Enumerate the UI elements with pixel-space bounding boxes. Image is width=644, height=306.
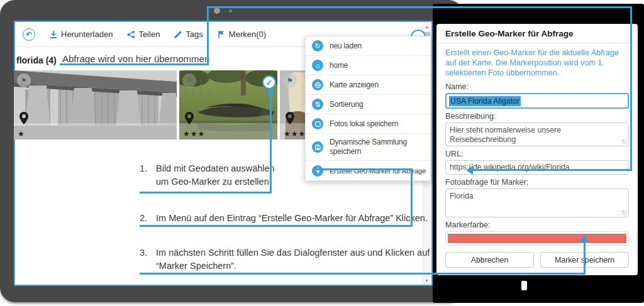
resize-grip-icon[interactable] xyxy=(622,139,627,145)
callout-step2-vertical xyxy=(411,168,413,227)
instruction-step-2: 2. Im Menü auf den Eintrag “Erstelle Geo… xyxy=(140,212,428,225)
selected-text: USA Florida Aligator xyxy=(449,96,521,106)
download-label: Herunterladen xyxy=(61,30,113,39)
dialog-description: Erstellt einen Geo-Marker für die aktuel… xyxy=(445,48,629,78)
callout-step3-vertical xyxy=(584,241,586,275)
bookmark-label: Merken(0) xyxy=(229,30,266,39)
arrow-left-icon xyxy=(466,166,473,175)
device-home-button[interactable] xyxy=(521,281,527,290)
geo-marker-icon xyxy=(312,165,323,177)
scroll-up-icon[interactable]: ▲ xyxy=(422,22,431,31)
flag-badge-icon[interactable]: ⚑ xyxy=(182,74,196,87)
menu-item-save-local[interactable]: Fotos lokal speichern xyxy=(306,114,430,134)
flag-badge-icon[interactable]: ⚑ xyxy=(283,74,297,87)
save-collection-icon xyxy=(312,141,323,153)
callout-step3-underline xyxy=(140,273,586,275)
callout-annotation-underline xyxy=(60,63,209,65)
photo-overlay-band xyxy=(14,123,177,139)
marker-color-input[interactable] xyxy=(445,231,629,246)
share-label: Teilen xyxy=(138,30,160,39)
dropdown-menu: ↻ neu laden ⌂ home Karte anzeigen ⇅ Sort… xyxy=(305,36,431,181)
tags-label: Tags xyxy=(186,30,203,39)
share-button[interactable]: Teilen xyxy=(126,30,160,39)
photo-query-label: Fotoabfrage für Marker: xyxy=(445,178,629,187)
home-icon: ⌂ xyxy=(312,60,323,71)
bookmark-button[interactable]: Merken(0) xyxy=(217,30,266,39)
star-rating: ★★★ xyxy=(284,129,306,138)
geo-pin-icon xyxy=(285,112,295,124)
url-label: URL: xyxy=(445,150,629,158)
marker-color-swatch xyxy=(448,234,626,243)
resize-grip-icon[interactable] xyxy=(622,210,627,216)
callout-to-query-field xyxy=(472,169,632,171)
undo-icon: ↶ xyxy=(23,28,35,41)
callout-toolbar-vertical xyxy=(207,6,209,65)
description-textarea[interactable]: Hier steht normalerweise unsere Reisebes… xyxy=(445,123,629,146)
flag-badge-icon[interactable]: ⚑ xyxy=(17,74,31,87)
star-rating: ★ xyxy=(18,129,25,138)
scroll-down-icon[interactable]: ▼ xyxy=(422,276,431,285)
instruction-step-3: 3. Im nächsten Schritt füllen Sie das Di… xyxy=(140,246,458,273)
geo-marker-dialog: Erstelle Geo-Marker für Abfrage Erstellt… xyxy=(436,24,638,275)
menu-item-reload[interactable]: ↻ neu laden xyxy=(306,36,430,56)
reload-icon: ↻ xyxy=(312,40,323,52)
callout-step2-underline xyxy=(140,225,413,227)
star-rating: ★★★ xyxy=(183,129,205,138)
callout-step1-underline xyxy=(140,192,272,194)
callout-right-vertical xyxy=(630,6,632,171)
share-icon xyxy=(126,30,135,39)
callout-menu-item-underline xyxy=(313,168,413,170)
selected-check-icon[interactable]: ✓ xyxy=(262,75,276,89)
photo-query-textarea[interactable]: Florida xyxy=(445,189,629,217)
geo-pin-icon xyxy=(184,112,194,124)
tags-button[interactable]: Tags xyxy=(174,30,203,39)
menu-item-home[interactable]: ⌂ home xyxy=(306,56,430,75)
name-label: Name: xyxy=(445,82,629,91)
save-local-icon xyxy=(312,118,323,129)
arrow-up-icon xyxy=(267,88,275,95)
name-input[interactable]: USA Florida Aligator xyxy=(445,93,629,109)
query-annotation: Abfrage wird von hier übernommen xyxy=(62,53,209,64)
query-title: florida (4) xyxy=(16,55,57,65)
cancel-button[interactable]: Abbrechen xyxy=(445,252,534,268)
camera-dot xyxy=(214,8,220,14)
description-label: Beschreibung: xyxy=(445,112,629,121)
geo-pin-icon xyxy=(19,112,29,124)
menu-item-sort[interactable]: ⇅ Sortierung xyxy=(306,95,430,114)
menu-item-save-collection[interactable]: Dynamische Sammlung speichern xyxy=(306,134,430,161)
camera-dot-small xyxy=(229,9,232,13)
callout-step1-vertical xyxy=(270,94,272,194)
instruction-step-1: 1. Bild mit Geodaten auswählen um Geo-Ma… xyxy=(140,162,282,189)
sort-icon: ⇅ xyxy=(312,99,323,110)
menu-item-show-map[interactable]: Karte anzeigen xyxy=(306,75,430,95)
globe-icon xyxy=(312,79,323,90)
flag-icon xyxy=(217,30,226,39)
pencil-icon xyxy=(174,30,182,39)
marker-color-label: Markerfarbe: xyxy=(445,221,629,229)
arrow-up-icon xyxy=(580,235,589,242)
undo-button[interactable]: ↶ xyxy=(23,28,35,41)
download-button[interactable]: Herunterladen xyxy=(49,30,113,39)
photo-bridge[interactable]: ⚑ ★ xyxy=(14,70,177,139)
photo-alligator[interactable]: ⚑ ★★★ ✓ xyxy=(179,70,277,139)
download-icon xyxy=(49,30,58,39)
callout-top-horizontal xyxy=(207,6,632,8)
dialog-title: Erstelle Geo-Marker für Abfrage xyxy=(436,24,638,43)
